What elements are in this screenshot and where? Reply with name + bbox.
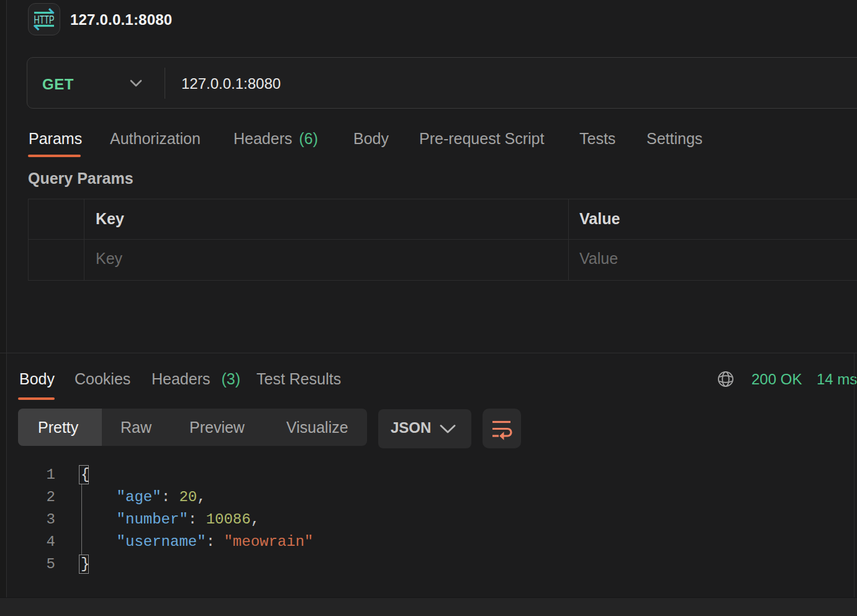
svg-text:HTTP: HTTP (34, 14, 55, 26)
